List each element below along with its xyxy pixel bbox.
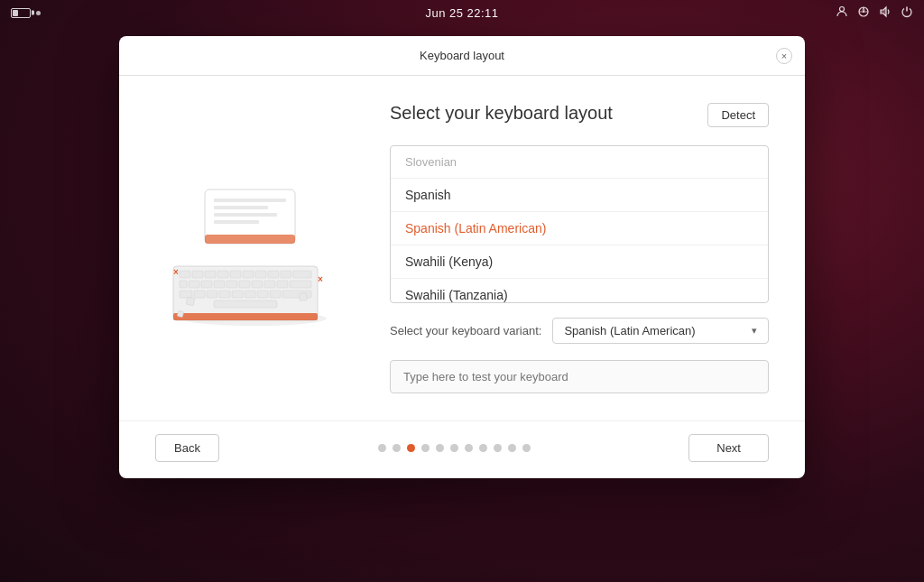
pagination-dot-9 (508, 444, 516, 452)
svg-rect-25 (290, 281, 311, 288)
variant-row: Select your keyboard variant: Spanish (L… (390, 318, 769, 344)
layout-item-slovenian[interactable]: Slovenian (391, 146, 768, 179)
svg-text:×: × (318, 274, 323, 284)
dialog-titlebar: Keyboard layout × (119, 36, 805, 76)
section-title: Select your keyboard layout (390, 103, 613, 124)
svg-text:×: × (173, 267, 179, 277)
pagination-dot-10 (522, 444, 531, 452)
pagination-dot-0 (378, 444, 386, 452)
svg-rect-5 (173, 313, 318, 320)
svg-rect-37 (205, 235, 295, 244)
pagination-dot-4 (436, 444, 444, 452)
svg-point-0 (840, 6, 845, 11)
svg-rect-19 (214, 281, 225, 288)
svg-rect-12 (255, 271, 266, 278)
battery-indicator (11, 8, 31, 18)
volume-icon[interactable] (879, 5, 892, 21)
svg-rect-21 (239, 281, 250, 288)
pagination-dot-3 (421, 444, 430, 452)
right-panel: Select your keyboard layout Detect Slove… (390, 103, 769, 393)
svg-rect-26 (180, 291, 192, 298)
battery-icon (11, 8, 31, 18)
keyboard-illustration: × × (155, 121, 354, 393)
dialog-title: Keyboard layout (420, 49, 504, 62)
power-icon[interactable] (901, 5, 913, 21)
svg-rect-27 (194, 291, 205, 298)
svg-rect-40 (214, 213, 277, 217)
svg-rect-8 (205, 271, 216, 278)
variant-value: Spanish (Latin American) (564, 324, 695, 337)
svg-marker-2 (881, 7, 886, 16)
svg-rect-33 (270, 291, 281, 298)
svg-rect-14 (281, 271, 291, 278)
chevron-down-icon: ▾ (752, 325, 757, 337)
svg-rect-6 (180, 271, 190, 278)
svg-rect-7 (192, 271, 203, 278)
svg-rect-41 (214, 220, 259, 224)
pagination-dot-6 (465, 444, 473, 452)
pagination-dot-8 (494, 444, 502, 452)
svg-rect-9 (217, 271, 228, 278)
svg-rect-39 (214, 206, 268, 209)
variant-select[interactable]: Spanish (Latin American) ▾ (552, 318, 769, 344)
svg-rect-17 (189, 281, 199, 288)
svg-rect-10 (230, 271, 241, 278)
network-icon[interactable] (857, 5, 870, 21)
pagination-dot-2 (407, 444, 415, 452)
layout-item-swahili-tanzania[interactable]: Swahili (Tanzania) (391, 279, 768, 303)
layout-item-swahili-kenya[interactable]: Swahili (Kenya) (391, 245, 768, 279)
svg-rect-18 (201, 281, 212, 288)
layout-list[interactable]: Slovenian Spanish Spanish (Latin America… (390, 145, 769, 303)
svg-rect-23 (264, 281, 275, 288)
detect-button[interactable]: Detect (707, 103, 769, 127)
svg-rect-11 (243, 271, 254, 278)
battery-fill (13, 10, 18, 16)
next-button[interactable]: Next (688, 434, 769, 462)
pagination-dot-1 (393, 444, 401, 452)
svg-rect-32 (257, 291, 268, 298)
taskbar-left (11, 8, 41, 18)
svg-rect-44 (186, 297, 194, 305)
pagination-dot-7 (479, 444, 487, 452)
svg-rect-28 (207, 291, 217, 298)
dialog-close-button[interactable]: × (776, 48, 792, 64)
svg-rect-16 (180, 281, 187, 288)
layout-header: Select your keyboard layout Detect (390, 103, 769, 142)
dialog-content: × × Select your keyboard layout Detect S… (119, 76, 805, 420)
dialog-footer: Back Next (119, 420, 805, 478)
pagination-dots (378, 444, 531, 452)
taskbar: Jun 25 22:11 (0, 0, 924, 25)
person-icon[interactable] (836, 5, 848, 21)
keyboard-test-input[interactable] (390, 360, 769, 393)
layout-item-spanish-latin[interactable]: Spanish (Latin American) (391, 212, 768, 245)
keyboard-layout-dialog: Keyboard layout × (119, 36, 805, 478)
svg-rect-38 (214, 199, 286, 202)
svg-rect-29 (219, 291, 230, 298)
svg-rect-31 (245, 291, 255, 298)
svg-rect-24 (277, 281, 288, 288)
svg-rect-45 (300, 293, 308, 301)
taskbar-right (836, 5, 913, 21)
pagination-dot-5 (450, 444, 458, 452)
variant-label: Select your keyboard variant: (390, 324, 541, 337)
svg-rect-13 (268, 271, 279, 278)
taskbar-clock: Jun 25 22:11 (425, 6, 498, 20)
svg-rect-15 (293, 271, 311, 278)
svg-rect-35 (214, 300, 277, 308)
svg-rect-22 (252, 281, 263, 288)
keyboard-svg: × × (160, 185, 349, 329)
svg-rect-46 (177, 310, 183, 317)
svg-rect-20 (226, 281, 237, 288)
svg-rect-30 (232, 291, 243, 298)
back-button[interactable]: Back (155, 434, 219, 462)
layout-item-spanish[interactable]: Spanish (391, 179, 768, 212)
taskbar-indicator-dot (36, 11, 41, 15)
